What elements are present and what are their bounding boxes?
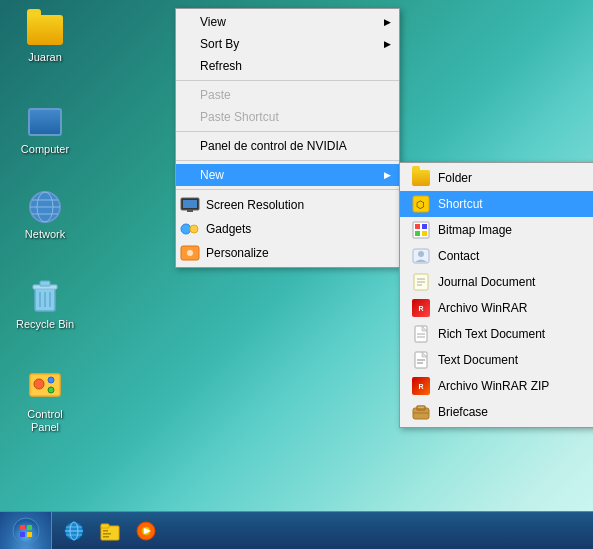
menu-item-paste: Paste [176,84,399,106]
bitmap-submenu-icon [412,221,430,239]
icon-label-recycle: Recycle Bin [16,318,74,331]
briefcase-submenu-icon [412,403,430,421]
icon-label-juaran: Juaran [28,51,62,64]
rtf-submenu-icon [412,325,430,343]
svg-point-45 [187,250,193,256]
icon-label-control-panel: Control Panel [14,408,76,434]
taskbar-quick-launch [52,512,168,549]
svg-rect-58 [103,530,108,532]
desktop-icon-network[interactable]: Network [10,185,80,245]
svg-rect-48 [27,525,32,530]
svg-rect-50 [27,532,32,537]
svg-rect-18 [415,224,420,229]
desktop: Juaran Computer Network [0,0,593,549]
desktop-icon-recycle[interactable]: Recycle Bin [10,275,80,335]
svg-point-23 [418,251,424,257]
menu-item-personalize[interactable]: Personalize [176,241,399,265]
context-menu: View Sort By Refresh Paste Paste Shortcu… [175,8,400,268]
submenu-item-winrar-zip[interactable]: R Archivo WinRAR ZIP [400,373,593,399]
gadgets-icon [180,221,200,237]
screen-res-icon [180,197,200,213]
submenu-item-shortcut[interactable]: ⬡ Shortcut [400,191,593,217]
menu-item-paste-shortcut: Paste Shortcut [176,106,399,128]
submenu-item-briefcase[interactable]: Briefcase [400,399,593,425]
desktop-icon-control-panel[interactable]: Control Panel [10,365,80,438]
menu-item-nvidia[interactable]: Panel de control de NVIDIA [176,135,399,157]
folder-submenu-icon [412,169,430,187]
svg-rect-47 [20,525,25,530]
menu-item-view[interactable]: View [176,11,399,33]
submenu-item-rtf[interactable]: Rich Text Document [400,321,593,347]
separator-3 [176,160,399,161]
text-submenu-icon [412,351,430,369]
menu-item-sort-by[interactable]: Sort By [176,33,399,55]
submenu-new: Folder ⬡ Shortcut [399,162,593,428]
menu-item-refresh[interactable]: Refresh [176,55,399,77]
svg-rect-49 [20,532,25,537]
folder-icon [27,12,63,48]
icon-label-computer: Computer [21,143,69,156]
svg-point-43 [190,225,198,233]
taskbar [0,511,593,549]
separator-1 [176,80,399,81]
winrar-zip-submenu-icon: R [412,377,430,395]
shortcut-submenu-icon: ⬡ [412,195,430,213]
svg-rect-41 [187,210,193,212]
start-button[interactable] [0,512,52,550]
separator-4 [176,189,399,190]
submenu-item-bitmap[interactable]: Bitmap Image [400,217,593,243]
recycle-bin-icon [27,279,63,315]
taskbar-ie-button[interactable] [58,516,90,546]
menu-item-new[interactable]: New Folder ⬡ Shortcut [176,164,399,186]
network-icon [27,189,63,225]
taskbar-explorer-button[interactable] [94,516,126,546]
submenu-item-folder[interactable]: Folder [400,165,593,191]
control-panel-icon [27,369,63,405]
taskbar-media-button[interactable] [130,516,162,546]
svg-rect-7 [40,281,50,286]
svg-rect-19 [422,224,427,229]
desktop-icon-computer[interactable]: Computer [10,100,80,160]
menu-item-screen-res[interactable]: Screen Resolution [176,193,399,217]
svg-point-12 [34,379,44,389]
menu-item-gadgets[interactable]: Gadgets [176,217,399,241]
desktop-icon-juaran[interactable]: Juaran [10,8,80,68]
svg-rect-57 [101,524,109,528]
svg-rect-40 [183,200,197,208]
svg-rect-20 [415,231,420,236]
submenu-item-journal[interactable]: Journal Document [400,269,593,295]
svg-point-13 [48,377,54,383]
svg-text:⬡: ⬡ [416,199,425,210]
winrar-submenu-icon: R [412,299,430,317]
icon-label-network: Network [25,228,65,241]
computer-icon [27,104,63,140]
submenu-item-winrar[interactable]: R Archivo WinRAR [400,295,593,321]
submenu-item-text[interactable]: Text Document [400,347,593,373]
personalize-icon [180,245,200,261]
svg-rect-21 [422,231,427,236]
svg-rect-59 [103,533,111,535]
svg-rect-60 [103,536,109,538]
submenu-item-contact[interactable]: Contact [400,243,593,269]
contact-submenu-icon [412,247,430,265]
journal-submenu-icon [412,273,430,291]
svg-point-46 [13,518,39,544]
svg-point-14 [48,387,54,393]
separator-2 [176,131,399,132]
